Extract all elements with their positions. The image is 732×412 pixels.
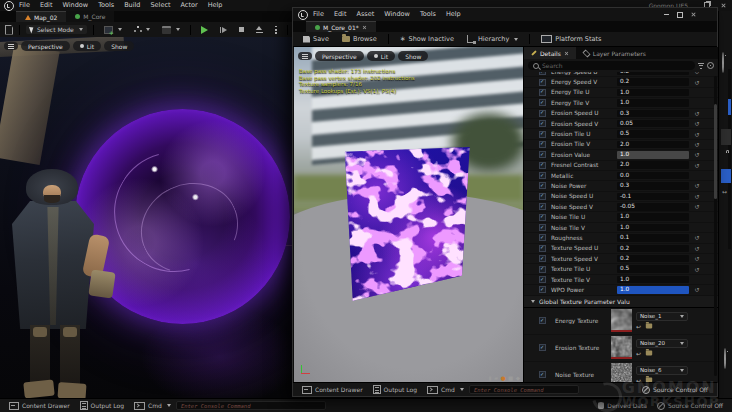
select-mode-dropdown[interactable]: Select Mode [26,25,87,34]
parameter-row[interactable]: Erosion Value1.0↺ [524,150,718,160]
checkbox[interactable] [539,255,546,262]
viewport-button-show[interactable]: Show [398,51,428,61]
blueprints-button[interactable] [130,25,154,34]
parameter-value-field[interactable]: -0.1 [617,193,689,201]
minimize-window-icon[interactable] [664,14,669,15]
reset-to-default-icon[interactable]: ↺ [692,286,702,293]
texture-parameter-row[interactable]: Energy TextureNoise_1↩ [524,308,718,335]
tab-m-core-01[interactable]: M_Core_01* [306,21,376,32]
checkbox[interactable] [539,234,546,241]
checkbox[interactable] [539,266,546,273]
texture-asset-dropdown[interactable]: Noise_1 [636,312,688,321]
reset-to-default-icon[interactable]: ↺ [692,234,702,241]
checkbox[interactable] [539,286,546,293]
checkbox[interactable] [539,344,546,351]
menu-item-build[interactable]: Build [119,0,145,11]
parameter-row[interactable]: Roughness0.1↺ [524,233,718,243]
close-window-icon[interactable] [691,12,696,17]
parameter-row[interactable]: Noise Tile V1.0 [524,223,718,233]
stop-button[interactable] [235,26,248,33]
parameter-value-field[interactable]: 0.05 [617,120,689,128]
menu-item-edit[interactable]: Edit [35,0,58,11]
parameter-value-field[interactable]: 0.3 [617,182,689,190]
settings-gear-icon[interactable] [707,62,714,69]
parameter-row[interactable]: Noise Speed V-0.05↺ [524,202,718,212]
preview-shape-cube-icon[interactable]: ■ [508,375,513,381]
parameter-row[interactable]: Noise Tile U1.0 [524,212,718,222]
filter-icon[interactable] [698,63,704,69]
menu-item-edit[interactable]: Edit [329,9,352,20]
parameter-row[interactable]: Noise Power0.3↺ [524,181,718,191]
checkbox[interactable] [539,89,546,96]
browse-to-asset-icon[interactable] [646,324,652,329]
menu-item-window[interactable]: Window [57,0,93,11]
tab-details[interactable]: Details [524,47,576,59]
checkbox[interactable] [539,151,546,158]
settings-gear-icon[interactable] [724,348,726,369]
menu-item-select[interactable]: Select [145,0,175,11]
menu-item-tools[interactable]: Tools [93,0,119,11]
reset-to-default-icon[interactable]: ↺ [692,151,702,158]
maximize-window-icon[interactable] [677,12,683,18]
docked-panel-selected[interactable] [721,169,731,183]
parameter-row[interactable]: Texture Tile V1.0 [524,275,718,285]
close-tab-icon[interactable] [564,51,568,55]
menu-item-file[interactable]: File [308,9,329,20]
parameter-row[interactable]: Erosion Tile U0.5↺ [524,129,718,139]
menu-item-tools[interactable]: Tools [415,9,441,20]
reset-to-default-icon[interactable]: ↺ [692,193,702,200]
hierarchy-dropdown[interactable]: Hierarchy [463,34,522,44]
parameter-row[interactable]: WPO Power1.0↺ [524,285,718,295]
texture-thumbnail[interactable] [611,336,632,359]
parameter-value-field[interactable]: 1.0 [617,224,689,232]
output-log-button[interactable]: Output Log [368,385,422,394]
parameter-row[interactable]: Energy Tile V1.0 [524,98,718,108]
docked-panel-thumb[interactable] [721,129,731,145]
use-selected-asset-icon[interactable]: ↩ [636,323,641,330]
checkbox[interactable] [539,131,546,138]
menu-item-actor[interactable]: Actor [176,0,203,11]
parameter-value-field[interactable]: 0.2 [617,245,689,253]
play-options-button[interactable] [271,25,281,35]
reset-to-default-icon[interactable]: ↺ [692,182,702,189]
parameter-row[interactable]: Noise Speed U-0.1↺ [524,192,718,202]
reset-to-default-icon[interactable]: ↺ [692,72,702,75]
platform-stats-button[interactable]: Platform Stats [537,34,605,44]
parameter-value-field[interactable]: 0.3 [617,110,689,118]
add-actor-button[interactable] [100,25,126,35]
checkbox[interactable] [539,99,546,106]
tab-layer-parameters[interactable]: Layer Parameters [576,47,653,59]
parameter-value-field[interactable]: 1.0 [617,99,689,107]
menu-item-window[interactable]: Window [379,9,415,20]
parameter-value-field[interactable]: 0.2 [617,255,689,263]
parameter-value-field[interactable]: 0.0 [617,172,689,180]
use-selected-asset-icon[interactable]: ↩ [636,350,641,357]
reset-to-default-icon[interactable]: ↺ [692,245,702,252]
play-button[interactable] [197,25,212,35]
reset-to-default-icon[interactable]: ↺ [692,255,702,262]
preview-shape-mesh-icon[interactable]: ◆ [516,375,520,381]
checkbox[interactable] [539,371,546,378]
checkbox[interactable] [539,193,546,200]
parameter-row[interactable]: Energy Speed V0.2↺ [524,77,718,87]
reset-to-default-icon[interactable]: ↺ [692,203,702,210]
parameter-value-field[interactable]: 1.0 [617,276,689,284]
parameter-value-field[interactable]: 1.0 [617,213,689,221]
close-tab-icon[interactable] [362,25,366,29]
tab-m-core[interactable]: M_Core [66,11,114,22]
material-preview-viewport[interactable]: PerspectiveLitShow Base pass shader: 173… [294,47,523,383]
eject-button[interactable] [252,25,267,34]
checkbox[interactable] [539,224,546,231]
checkbox[interactable] [539,203,546,210]
menu-item-file[interactable]: File [14,0,35,11]
cmd-dropdown[interactable]: Cmd [129,402,176,410]
reset-to-default-icon[interactable]: ↺ [692,162,702,169]
character-mesh[interactable] [0,165,120,398]
texture-parameter-row[interactable]: Noise TextureNoise_6↩ [524,362,718,383]
tab-map-02[interactable]: Map_02 [16,11,66,22]
parameter-value-field[interactable]: 0.5 [617,265,689,273]
parameter-row[interactable]: Metallic0.0 [524,171,718,181]
dock-scrollbar[interactable] [728,69,731,249]
parameter-row[interactable]: Erosion Speed U0.3↺ [524,109,718,119]
parameter-value-field[interactable]: 2.0 [617,141,689,149]
